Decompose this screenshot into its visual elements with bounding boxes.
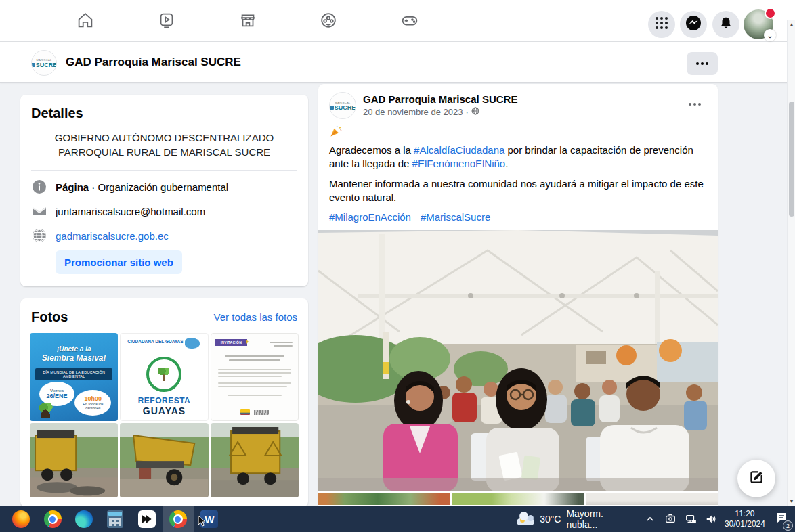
edge-icon [75,510,93,528]
post-body: Agradecemos a la #AlcaldíaCiudadana por … [318,119,718,224]
taskbar-firefox[interactable] [5,506,37,532]
meet-now-icon[interactable] [664,512,677,526]
chrome-icon [169,510,187,528]
hidden-icons-chevron[interactable] [643,512,657,526]
seedling-graphic [37,403,54,418]
post-author-avatar[interactable]: MARISCAL SUCRE [329,92,356,119]
photo-grid: ¡Únete a la Siembra Masiva! DÍA MUNDIAL … [30,333,299,497]
hashtag-link[interactable]: #ElFenómenoElNiño [412,158,506,169]
hashtag-link[interactable]: #MilagroEnAcción [329,211,411,223]
category-row: Página · Organización gubernamental [31,179,297,195]
system-tray [643,512,718,526]
taskbar-edge[interactable] [68,506,100,532]
photo-thumb-invitacion[interactable]: INVITACIÓN [211,333,299,421]
details-title: Detalles [31,106,297,121]
network-icon[interactable] [684,512,697,526]
edit-pencil-icon [748,468,765,489]
taskbar-clock[interactable]: 11:20 30/01/2024 [725,509,765,529]
promote-website-button[interactable]: Promocionar sitio web [56,250,182,274]
page-header: MARISCAL SUCRE GAD Parroquia Mariscal SU… [0,42,795,83]
hashtag-link[interactable]: #MariscalSucre [421,211,490,223]
chrome-icon [44,510,62,528]
tab-marketplace[interactable] [210,5,286,38]
photo-thumb-truck-1[interactable] [30,423,118,497]
page-avatar[interactable]: MARISCAL SUCRE [31,50,57,76]
windows-taskbar: W 30°C Mayorm. nubla... 11:20 30/01/2024… [0,506,795,532]
photos-card: Fotos Ver todas las fotos ¡Únete a la Si… [20,298,308,506]
page-email[interactable]: juntamariscalsucre@hotmail.com [56,206,205,217]
left-column: Detalles GOBIERNO AUTÓNOMO DESCENTRALIZA… [20,83,308,506]
taskbar-weather[interactable]: 30°C Mayorm. nubla... [515,508,634,530]
hashtag-link[interactable]: #AlcaldíaCiudadana [414,144,504,156]
scroll-up-arrow[interactable]: ▲ [788,20,795,30]
post-author-name[interactable]: GAD Parroquia Mariscal SUCRE [363,93,517,105]
page-website-link[interactable]: gadmariscalsucre.gob.ec [56,230,169,242]
post-timestamp[interactable]: 20 de noviembre de 2023 · [363,107,517,117]
apps-menu-button[interactable] [648,11,675,38]
post-photo-thumb[interactable] [586,493,718,505]
page-title[interactable]: GAD Parroquia Mariscal SUCRE [66,42,241,83]
capcut-icon [138,510,156,528]
firefox-icon [12,510,30,528]
action-center-button[interactable]: 2 [775,511,788,527]
tab-home[interactable] [47,5,123,38]
volume-icon[interactable] [704,512,718,526]
chevron-down-icon: ⌄ [764,29,776,41]
divider [31,170,297,171]
photos-title: Fotos [31,309,68,325]
privacy-globe-icon [471,107,479,117]
home-icon [75,10,95,33]
see-all-photos-link[interactable]: Ver todas las fotos [214,311,297,323]
info-icon [31,179,47,195]
grid-menu-icon [655,16,668,32]
post-paragraph-2: Mantener informada a nuestra comunidad n… [329,177,707,205]
scroll-down-arrow[interactable]: ▼ [788,497,795,506]
post-more-button[interactable] [683,92,707,116]
browser-scrollbar[interactable]: ▲ ▼ [787,20,795,506]
watch-video-icon [156,10,177,33]
notifications-button[interactable] [712,11,739,38]
photo-thumb-siembra[interactable]: ¡Únete a la Siembra Masiva! DÍA MUNDIAL … [30,333,118,421]
bell-icon [718,16,733,33]
tab-groups[interactable] [291,5,366,38]
compose-fab-button[interactable] [737,460,775,497]
taskbar-chrome[interactable] [37,506,68,532]
ellipsis-icon [689,103,691,106]
taskbar-calculator[interactable] [100,506,131,532]
groups-icon [318,10,339,33]
marketplace-icon [238,10,258,33]
gaming-icon [400,10,420,33]
weather-cloud-icon [515,513,535,525]
page-more-button[interactable] [687,52,718,75]
photo-thumb-reforesta[interactable]: CIUDADANA DEL GUAYAS REFORESTA GUAYAS [120,333,208,421]
profile-avatar[interactable]: ⌄ [744,9,773,39]
post-photo-thumb[interactable] [452,493,584,505]
messenger-button[interactable] [680,11,707,38]
details-description: GOBIERNO AUTÓNOMO DESCENTRALIZADO PARROQ… [31,131,297,159]
weather-temp: 30°C [540,514,561,525]
post-photo[interactable] [318,230,718,491]
envelope-icon [31,203,47,219]
ecuador-emblem [211,409,298,415]
photo-thumb-truck-3[interactable] [211,423,299,497]
tab-gaming[interactable] [372,5,448,38]
post-header: MARISCAL SUCRE GAD Parroquia Mariscal SU… [318,84,718,119]
photo-thumb-truck-2[interactable] [120,423,208,497]
post-photo-thumb[interactable] [318,493,450,505]
email-row: juntamariscalsucre@hotmail.com [31,203,297,219]
post-hashtags: #MilagroEnAcción#MariscalSucre [329,210,707,224]
tab-watch[interactable] [129,5,205,38]
taskbar-capcut[interactable] [131,506,162,532]
details-card: Detalles GOBIERNO AUTÓNOMO DESCENTRALIZA… [20,95,308,286]
taskbar-chrome-active[interactable] [163,506,194,532]
guayas-map-graphic [185,338,200,349]
globe-icon [31,227,47,244]
clock-date: 30/01/2024 [725,519,765,529]
website-row: gadmariscalsucre.gob.ec [31,227,297,244]
calculator-icon [107,510,123,528]
party-popper-emoji [329,125,707,139]
scrollbar-thumb[interactable] [789,102,794,217]
messenger-icon [685,15,702,34]
clock-time: 11:20 [725,509,765,519]
facebook-navbar: ⌄ [0,0,795,42]
